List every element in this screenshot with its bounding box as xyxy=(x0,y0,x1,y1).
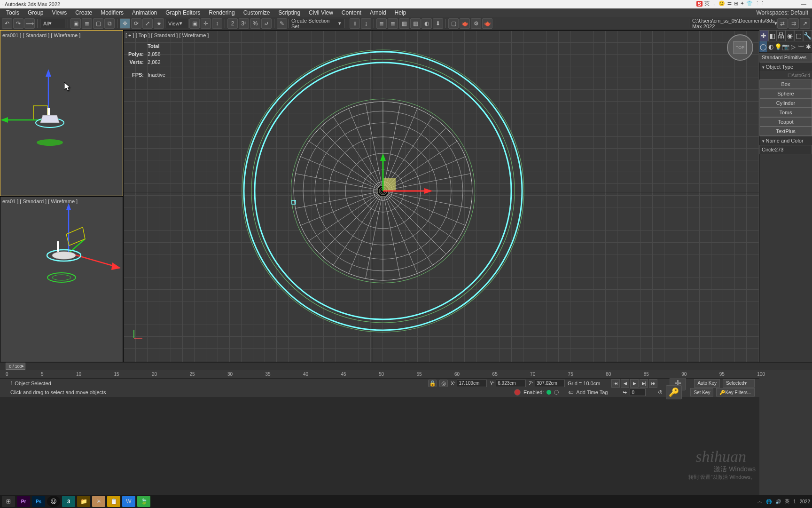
menu-tools[interactable]: Tools xyxy=(2,9,23,16)
refcoord-combo[interactable]: View ▾ xyxy=(165,19,188,28)
select-name-button[interactable]: ≣ xyxy=(82,18,92,29)
autokey-button[interactable]: Auto Key xyxy=(694,379,720,388)
obj-box[interactable]: Box xyxy=(759,79,812,89)
autogrid-checkbox[interactable]: ☐ AutoGrid xyxy=(759,71,812,79)
ime-emoticon-icon[interactable]: 🙂 xyxy=(718,0,725,7)
undo-button[interactable]: ↶ xyxy=(2,18,12,29)
pivot-button[interactable]: ▣ xyxy=(189,18,200,29)
layers-button[interactable]: ≣ xyxy=(376,18,387,29)
named-selset-edit-button[interactable]: ✎ xyxy=(277,18,287,29)
viewport-label-2[interactable]: era01 ] [ Standard ] [ Wireframe ] xyxy=(2,198,78,204)
rotate-button[interactable]: ⟳ xyxy=(131,18,141,29)
snap-angle-button[interactable]: 3ᵃ xyxy=(239,18,249,29)
filter-combo[interactable]: All ▾ xyxy=(40,19,65,28)
setkey-button[interactable]: Set Key xyxy=(690,388,713,397)
tab-display[interactable]: ▢ xyxy=(794,30,803,41)
material-editor-button[interactable]: ◐ xyxy=(422,18,432,29)
object-name-field[interactable]: Circle273 xyxy=(759,145,812,154)
path-btn1[interactable]: ⇄ xyxy=(777,18,788,29)
script-listener-icon[interactable] xyxy=(514,389,521,396)
menu-modifiers[interactable]: Modifiers xyxy=(96,9,128,16)
menu-grapheditors[interactable]: Graph Editors xyxy=(161,9,204,16)
tag-icon[interactable]: 🏷 xyxy=(568,389,573,395)
placement-button[interactable]: ★ xyxy=(154,18,164,29)
tray-time[interactable]: 1 xyxy=(793,499,796,504)
render-prod-button[interactable]: 🫖 xyxy=(482,18,492,29)
viewport-top[interactable]: [ + ] [ Top ] [ Standard ] [ Wireframe ]… xyxy=(123,30,759,362)
task-explorer[interactable]: 📁 xyxy=(77,496,90,507)
viewport-label-1[interactable]: era001 ] [ Standard ] [ Wireframe ] xyxy=(2,32,80,38)
coord-x[interactable]: X: xyxy=(451,380,487,387)
tab-create[interactable]: ✚ xyxy=(759,30,768,41)
ime-smiley-icon[interactable]: ， xyxy=(711,0,717,7)
spinner-snap-button[interactable]: ⤾ xyxy=(261,18,272,29)
create-shapes-icon[interactable]: ◐ xyxy=(767,41,774,52)
tray-volume-icon[interactable]: 🔊 xyxy=(775,499,781,504)
enabled-dot-icon[interactable] xyxy=(547,390,551,395)
schematic-view-button[interactable]: ▦ xyxy=(410,18,421,29)
menu-rendering[interactable]: Rendering xyxy=(204,9,239,16)
render-button[interactable]: 🫖 xyxy=(460,18,470,29)
curve-editor-button[interactable]: ▦ xyxy=(399,18,409,29)
tab-modify[interactable]: ◧ xyxy=(768,30,777,41)
render-frame-button[interactable]: ▢ xyxy=(448,18,459,29)
goto-end-button[interactable]: ⏭ xyxy=(649,379,657,388)
keyfilters-button[interactable]: 🔑 Key Filters... xyxy=(716,388,755,397)
ime-lang[interactable]: 英 xyxy=(704,0,710,7)
add-time-tag[interactable]: Add Time Tag xyxy=(576,389,608,395)
project-path[interactable]: C:\Users\cm_ss_05\Documents\3ds Max 2022… xyxy=(689,19,776,28)
create-systems-icon[interactable]: ✱ xyxy=(804,41,812,52)
task-app-4[interactable]: 🍃 xyxy=(137,496,150,507)
ime-kbl-icon[interactable]: 〓 xyxy=(727,0,732,7)
path-btn2[interactable]: ⇉ xyxy=(789,18,799,29)
workspace-selector[interactable]: Workspaces: Default xyxy=(756,9,812,16)
play-button[interactable]: ▶ xyxy=(630,379,639,388)
ime-star-icon[interactable]: ✦ xyxy=(740,0,744,7)
disabled-dot-icon[interactable] xyxy=(554,390,559,395)
current-frame-input[interactable] xyxy=(630,389,646,396)
viewport-camera001[interactable]: era001 ] [ Standard ] [ Wireframe ] xyxy=(0,30,123,196)
tray-chevron-icon[interactable]: ︿ xyxy=(757,498,762,505)
tab-hierarchy[interactable]: 品 xyxy=(777,30,786,41)
viewcube[interactable]: TOP xyxy=(727,34,753,61)
tray-network-icon[interactable]: 🌐 xyxy=(766,499,772,504)
task-window-icon[interactable]: ⊞ xyxy=(2,496,15,507)
named-selset-combo[interactable]: Create Selection Set ▾ xyxy=(288,19,344,28)
task-premiere[interactable]: Pr xyxy=(17,496,30,507)
create-spacewarps-icon[interactable]: 〰 xyxy=(797,41,804,52)
create-geometry-icon[interactable]: ◯ xyxy=(759,41,767,52)
task-app-3[interactable]: W xyxy=(122,496,135,507)
key-button[interactable]: 🔑 xyxy=(666,385,682,399)
move-button[interactable]: ✥ xyxy=(120,18,130,29)
layer-explorer-button[interactable]: ≣ xyxy=(388,18,398,29)
time-slider[interactable]: 0 / 100 ▸ xyxy=(0,362,812,370)
track-bar[interactable]: 0510 152025 303540 455055 606570 758085 … xyxy=(0,370,812,378)
ime-more-icon[interactable]: ⋮⋮ xyxy=(755,0,765,7)
render-setup-button[interactable]: ⬇ xyxy=(433,18,443,29)
scale-button[interactable]: ⤢ xyxy=(142,18,153,29)
time-config-icon[interactable]: ⏱ xyxy=(658,389,663,395)
menu-arnold[interactable]: Arnold xyxy=(366,9,390,16)
menu-group[interactable]: Group xyxy=(23,9,47,16)
isolate-icon[interactable]: ◎ xyxy=(439,380,448,387)
menu-animation[interactable]: Animation xyxy=(128,9,161,16)
coord-z[interactable]: Z: xyxy=(529,380,565,387)
path-btn3[interactable]: ↗ xyxy=(800,18,810,29)
key-mode-icon[interactable]: ↪ xyxy=(623,389,627,396)
ime-badge[interactable]: S xyxy=(696,1,703,7)
menu-content[interactable]: Content xyxy=(337,9,366,16)
redo-button[interactable]: ↷ xyxy=(13,18,23,29)
obj-cylinder[interactable]: Cylinder xyxy=(759,98,812,108)
task-app-2[interactable]: 📋 xyxy=(107,496,120,507)
task-3dsmax[interactable]: 3 xyxy=(62,496,75,507)
tab-utilities[interactable]: 🔧 xyxy=(803,30,812,41)
ime-style-icon[interactable]: 👕 xyxy=(746,0,753,7)
menu-customize[interactable]: Customize xyxy=(239,9,274,16)
create-cameras-icon[interactable]: 📷 xyxy=(782,41,789,52)
selected-dropdown[interactable]: Selected ▾ xyxy=(723,379,755,388)
coord-y[interactable]: Y: xyxy=(490,380,526,387)
snap-percent-button[interactable]: % xyxy=(250,18,260,29)
tray-date[interactable]: 2022 xyxy=(800,499,810,504)
menu-create[interactable]: Create xyxy=(71,9,96,16)
minimize-icon[interactable]: — xyxy=(797,1,810,7)
